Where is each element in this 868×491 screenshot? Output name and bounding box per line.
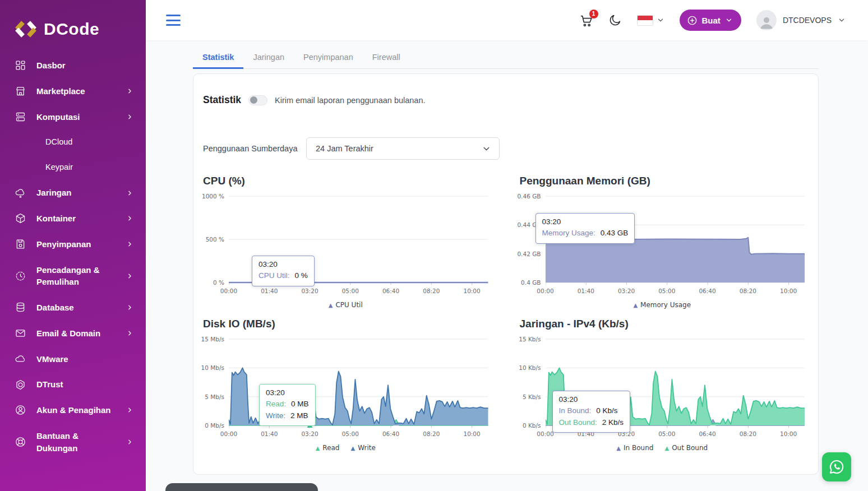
chart-plot-area[interactable]: 0 %500 %1000 %03:20CPU Util:0 % — [229, 193, 488, 286]
email-icon — [15, 327, 26, 339]
sidebar-item-label: Akun & Penagihan — [36, 404, 116, 416]
sidebar-item-keypair[interactable]: Keypair — [0, 155, 146, 180]
chevron-right-icon — [126, 189, 133, 197]
x-axis-tick-label: 08:20 — [423, 430, 440, 437]
y-axis-tick-label: 0.46 GB — [517, 193, 541, 200]
tooltip-time: 03:20 — [542, 216, 629, 228]
indonesia-flag-icon — [637, 15, 653, 26]
x-axis-tick-label: 01:40 — [578, 288, 594, 294]
panel-title: Statistik — [203, 94, 241, 106]
sidebar-item-kontainer[interactable]: Kontainer — [0, 206, 146, 231]
x-axis: 00:0001:4003:2005:0006:4008:2010:00 — [229, 288, 488, 296]
create-button[interactable]: Buat — [680, 10, 741, 31]
vmware-icon — [15, 353, 26, 365]
resource-usage-row: Penggunaan Sumberdaya 24 Jam Terakhir — [203, 137, 805, 160]
sidebar-item-komputasi[interactable]: Komputasi — [0, 104, 146, 130]
sidebar-item-penyimpanan[interactable]: Penyimpanan — [0, 231, 146, 257]
y-axis-tick-label: 0 % — [213, 279, 224, 286]
topbar-actions: 1 Buat — [579, 10, 846, 31]
brand-logo[interactable]: DCode — [0, 0, 146, 39]
x-axis-tick-label: 05:00 — [342, 430, 359, 437]
chart-tooltip: 03:20CPU Util:0 % — [252, 256, 315, 286]
x-axis-tick-label: 06:40 — [382, 430, 399, 437]
sidebar-item-akun-penagihan[interactable]: Akun & Penagihan — [0, 397, 146, 423]
tabs: StatistikJaringanPenyimpananFirewall — [193, 48, 819, 69]
sidebar-item-jaringan[interactable]: Jaringan — [0, 180, 146, 206]
cart-badge: 1 — [589, 10, 598, 18]
sidebar-item-marketplace[interactable]: Marketplace — [0, 78, 146, 104]
legend-item-out-bound[interactable]: ▲Out Bound — [664, 444, 708, 452]
tab-penyimpanan[interactable]: Penyimpanan — [294, 48, 363, 69]
dark-mode-button[interactable] — [608, 13, 622, 27]
user-menu[interactable]: DTCDEVOPS — [756, 10, 846, 30]
chart-plot-area[interactable]: 0 Kb/s5 Kb/s10 Kb/s15 Kb/s03:20In Bound:… — [546, 336, 805, 429]
tooltip-row: In Bound:0 Kb/s — [559, 405, 624, 416]
container-icon — [15, 212, 26, 224]
tooltip-row: Read:0 MB — [266, 399, 309, 410]
sidebar-item-dasbor[interactable]: Dasbor — [0, 53, 146, 78]
sidebar-item-database[interactable]: Database — [0, 295, 146, 321]
topbar: 1 Buat — [146, 0, 868, 40]
tab-firewall[interactable]: Firewall — [363, 48, 410, 69]
main-content: StatistikJaringanPenyimpananFirewall Sta… — [146, 40, 868, 491]
chart-title: Penggunaan Memori (GB) — [520, 175, 805, 187]
backup-icon — [15, 270, 26, 282]
whatsapp-button[interactable] — [822, 452, 851, 481]
chart-legend: ▲In Bound▲Out Bound — [520, 444, 805, 452]
email-report-toggle[interactable] — [248, 95, 267, 105]
x-axis-tick-label: 00:00 — [537, 288, 553, 294]
app: DCode DasborMarketplaceKomputasiDCloudKe… — [0, 0, 868, 491]
sidebar-item-pencadangan-pemulihan[interactable]: Pencadangan & Pemulihan — [0, 257, 146, 295]
tab-jaringan[interactable]: Jaringan — [243, 48, 294, 69]
legend-item-memory-usage[interactable]: ▲Memory Usage — [633, 301, 691, 309]
whatsapp-icon — [828, 458, 845, 475]
database-icon — [15, 302, 26, 313]
sidebar-item-label: Penyimpanan — [36, 238, 116, 251]
storage-icon — [15, 238, 26, 250]
legend-item-read[interactable]: ▲Read — [316, 444, 340, 452]
chevron-right-icon — [126, 304, 133, 311]
avatar — [756, 10, 777, 30]
username: DTCDEVOPS — [783, 16, 832, 25]
legend-item-in-bound[interactable]: ▲In Bound — [616, 444, 653, 452]
bottom-toast[interactable] — [165, 483, 318, 491]
menu-toggle-button[interactable] — [166, 15, 181, 26]
legend-label: Out Bound — [672, 444, 708, 452]
moon-icon — [608, 13, 622, 27]
y-axis-tick-label: 5 Mb/s — [205, 393, 224, 400]
language-selector[interactable] — [637, 15, 664, 26]
chart-legend: ▲CPU Util — [203, 301, 488, 309]
legend-item-write[interactable]: ▲Write — [350, 444, 375, 452]
x-axis-tick-label: 06:40 — [699, 288, 715, 294]
sidebar-item-email-domain[interactable]: Email & Domain — [0, 321, 146, 346]
toggle-knob — [250, 96, 257, 104]
x-axis-tick-label: 06:40 — [699, 430, 715, 437]
sidebar-item-label: Komputasi — [36, 111, 116, 123]
x-axis-tick-label: 03:20 — [301, 430, 318, 437]
sidebar-item-vmware[interactable]: VMware — [0, 346, 146, 372]
legend-item-cpu-util[interactable]: ▲CPU Util — [329, 301, 363, 309]
chevron-right-icon — [126, 330, 133, 337]
chart-plot-area[interactable]: 0 Mb/s5 Mb/s10 Mb/s15 Mb/s03:20Read:0 MB… — [229, 336, 488, 429]
chevron-right-icon — [126, 215, 133, 222]
cart-button[interactable]: 1 — [579, 13, 593, 27]
tab-statistik[interactable]: Statistik — [193, 48, 243, 69]
x-axis: 00:0001:4003:2005:0006:4008:2010:00 — [546, 288, 805, 296]
sidebar-item-bantuan-dukungan[interactable]: Bantuan & Dukungan — [0, 423, 146, 461]
chart-jaringan-ipv4-kb-s: Jaringan - IPv4 (Kb/s)0 Kb/s5 Kb/s10 Kb/… — [520, 318, 805, 452]
sidebar-item-label: VMware — [36, 353, 133, 365]
y-axis-tick-label: 500 % — [206, 236, 224, 243]
chart-plot-area[interactable]: 0.4 GB0.42 GB0.44 GB0.46 GB03:20Memory U… — [546, 193, 805, 286]
time-range-select[interactable]: 24 Jam Terakhir — [306, 137, 500, 160]
panel-header: Statistik Kirim email laporan penggunaan… — [203, 94, 805, 106]
chevron-down-icon — [725, 16, 733, 24]
sidebar-item-label: DCloud — [45, 136, 133, 148]
legend-triangle-icon: ▲ — [664, 445, 669, 451]
chart-legend: ▲Memory Usage — [520, 301, 805, 309]
sidebar-item-dtrust[interactable]: DTrust — [0, 372, 146, 397]
dashboard-icon — [15, 59, 26, 71]
x-axis-tick-label: 10:00 — [780, 288, 797, 294]
sidebar-item-dcloud[interactable]: DCloud — [0, 129, 146, 155]
statistics-card: Statistik Kirim email laporan penggunaan… — [193, 73, 819, 475]
chevron-right-icon — [126, 438, 133, 446]
